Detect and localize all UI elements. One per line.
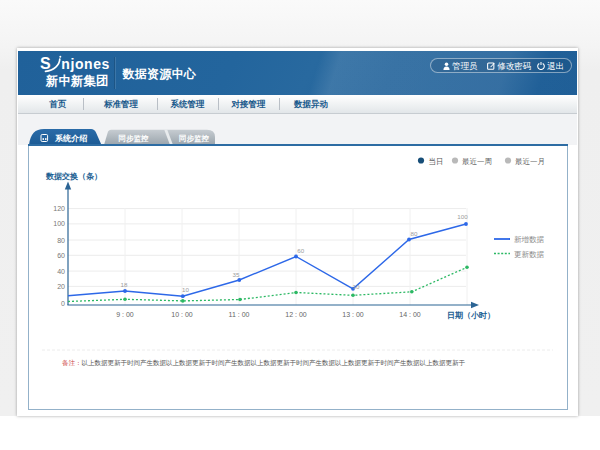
svg-text:120: 120 — [53, 205, 65, 212]
svg-text:10: 10 — [182, 286, 189, 293]
svg-text:数据交换（条）: 数据交换（条） — [45, 172, 102, 181]
svg-text:更新数据: 更新数据 — [514, 250, 545, 259]
svg-text:10 : 00: 10 : 00 — [171, 311, 193, 318]
svg-text:18: 18 — [121, 281, 128, 288]
svg-text:100: 100 — [457, 213, 468, 220]
svg-text:系统介绍: 系统介绍 — [54, 133, 87, 143]
svg-text:当日: 当日 — [429, 157, 444, 166]
svg-text:最近一周: 最近一周 — [462, 157, 492, 166]
svg-text:100: 100 — [53, 220, 65, 227]
svg-text:备注：以上数据更新于时间产生数据以上数据更新于时间产生数据以: 备注：以上数据更新于时间产生数据以上数据更新于时间产生数据以上数据更新于时间产生… — [62, 359, 466, 367]
svg-text:同步监控: 同步监控 — [119, 134, 150, 143]
svg-text:12 : 00: 12 : 00 — [285, 311, 307, 318]
svg-text:20: 20 — [57, 283, 65, 290]
svg-text:35: 35 — [233, 271, 240, 278]
svg-text:13 : 00: 13 : 00 — [342, 311, 364, 318]
svg-text:同步监控: 同步监控 — [179, 134, 210, 143]
svg-text:80: 80 — [411, 230, 418, 237]
svg-text:日期（小时）: 日期（小时） — [447, 311, 495, 320]
svg-text:0: 0 — [61, 300, 65, 307]
svg-text:40: 40 — [57, 268, 65, 275]
svg-text:60: 60 — [297, 247, 304, 254]
svg-text:最近一月: 最近一月 — [515, 157, 545, 166]
svg-text:60: 60 — [57, 252, 65, 259]
svg-text:11 : 00: 11 : 00 — [229, 311, 250, 318]
svg-text:新增数据: 新增数据 — [514, 235, 545, 244]
svg-text:80: 80 — [57, 237, 65, 244]
svg-text:14 : 00: 14 : 00 — [399, 311, 421, 318]
svg-text:9 : 00: 9 : 00 — [116, 311, 134, 318]
svg-text:10: 10 — [353, 283, 360, 290]
